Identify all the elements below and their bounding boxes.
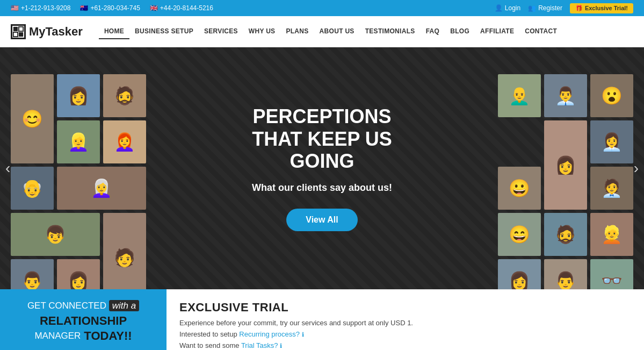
register-link[interactable]: 👥 Register [528, 4, 562, 12]
photo-right-2: 😮 [590, 74, 633, 117]
gc-line4: TODAY!! [84, 328, 132, 344]
face-icon-9: 🧑 [114, 249, 135, 266]
gc-highlight: with a [109, 300, 139, 311]
face-icon-4: 👱‍♀️ [68, 133, 89, 151]
nav-home[interactable]: HOME [99, 24, 129, 39]
svg-rect-0 [13, 26, 18, 31]
face-icon-11: 👩 [68, 272, 89, 289]
phone-us[interactable]: 🇺🇸 +1-212-913-9208 [11, 4, 70, 12]
photo-right-13: 👓 [590, 259, 633, 289]
nav-contact[interactable]: CONTACT [519, 24, 562, 39]
face-icon-5: 👩‍🦰 [114, 133, 135, 151]
photo-left-6: 👴 [11, 167, 54, 210]
photo-left-7: 👩‍🦳 [57, 167, 146, 210]
exclusive-trial-tasks: Want to send some Trial Tasks? ℹ [179, 341, 631, 349]
hero-content: PERCEPTIONS THAT KEEP US GOING What our … [231, 105, 414, 231]
photo-right-8: 😄 [498, 213, 541, 256]
view-all-button[interactable]: View All [286, 209, 357, 231]
face-icon-15: 👩 [555, 156, 576, 174]
gc-line2: RELATIONSHIP [40, 313, 127, 329]
hero-title: PERCEPTIONS THAT KEEP US GOING [231, 105, 414, 172]
photo-left-11: 👩 [57, 259, 100, 289]
face-icon-1: 😊 [21, 110, 43, 127]
info-icon-2[interactable]: ℹ [280, 342, 282, 349]
face-icon-3: 🧔 [114, 87, 135, 104]
nav-about-us[interactable]: ABOUT US [314, 24, 360, 39]
bottom-section: GET CONNECTED with a RELATIONSHIP MANAGE… [0, 289, 644, 350]
au-flag: 🇦🇺 [80, 4, 88, 12]
face-icon-2: 👩 [68, 87, 89, 104]
photo-right-7: 🧑‍💼 [590, 167, 633, 210]
face-icon-23: 👨 [555, 272, 576, 289]
login-link[interactable]: 👤 Login [495, 4, 520, 12]
face-icon-12: 👨‍💼 [555, 87, 576, 104]
gift-icon: 🎁 [575, 5, 583, 12]
get-connected-panel: GET CONNECTED with a RELATIONSHIP MANAGE… [0, 289, 167, 350]
photo-left-8: 👦 [11, 213, 100, 256]
photo-left-10: 👨 [11, 259, 54, 289]
face-icon-6: 👴 [21, 180, 43, 197]
nav-plans[interactable]: PLANS [280, 24, 314, 39]
exclusive-trial-desc: Experience before your commit, try our s… [179, 319, 631, 327]
photo-right-6: 😀 [498, 167, 541, 210]
photo-right-10: 👱 [590, 213, 633, 256]
nav-testimonials[interactable]: TESTIMONIALS [360, 24, 421, 39]
face-icon-8: 👦 [45, 226, 66, 243]
face-icon-24: 👓 [601, 272, 623, 289]
photo-right-5: 👩‍💼 [590, 120, 633, 163]
testimonial-photos-right: 👨‍💼 😮 👨‍🦲 👩 👩‍💼 😀 🧑‍💼 😄 🧔 👱 [498, 74, 633, 289]
photo-right-9: 🧔 [544, 213, 587, 256]
next-arrow[interactable]: › [634, 160, 639, 177]
nav-business-setup[interactable]: BUSINESS SETUP [129, 24, 199, 39]
prev-arrow[interactable]: ‹ [5, 160, 10, 177]
svg-rect-2 [13, 32, 18, 36]
phone-numbers: 🇺🇸 +1-212-913-9208 🇦🇺 +61-280-034-745 🇬🇧… [11, 4, 213, 12]
recurring-process-link[interactable]: Recurring process? [239, 330, 300, 338]
person-icon: 👤 [495, 4, 503, 12]
top-bar-actions: 👤 Login 👥 Register 🎁 Exclusive Trial! [495, 3, 633, 13]
svg-rect-3 [19, 32, 23, 36]
nav-why-us[interactable]: WHY US [243, 24, 281, 39]
photo-left-3: 🧔 [103, 74, 146, 117]
exclusive-trial-panel: EXCLUSIVE TRIAL Experience before your c… [167, 289, 644, 350]
face-icon-22: 👩 [509, 272, 530, 289]
exclusive-trial-button[interactable]: 🎁 Exclusive Trial! [570, 3, 633, 13]
uk-flag: 🇬🇧 [150, 4, 158, 12]
gc-line1: GET CONNECTED with a [27, 298, 139, 313]
us-flag: 🇺🇸 [11, 4, 19, 12]
trial-tasks-link[interactable]: Trial Tasks? [241, 341, 278, 349]
photo-left-2: 👩 [57, 74, 100, 117]
top-bar: 🇺🇸 +1-212-913-9208 🇦🇺 +61-280-034-745 🇬🇧… [0, 0, 644, 16]
face-icon-10: 👨 [21, 272, 43, 289]
exclusive-trial-recurring: Interested to setup Recurring process? ℹ [179, 330, 631, 338]
testimonial-photos-left: 😊 👩 🧔 👱‍♀️ 👩‍🦰 👴 👩‍🦳 👦 🧑 👨 [11, 74, 146, 289]
gc-line3: MANAGER [34, 331, 81, 341]
nav-affiliate[interactable]: AFFILIATE [475, 24, 519, 39]
hero-subtitle: What our clients say about us! [231, 182, 414, 194]
photo-right-4: 👩 [544, 120, 587, 210]
photo-right-1: 👨‍💼 [544, 74, 587, 117]
face-icon-18: 🧑‍💼 [601, 180, 623, 197]
nav-faq[interactable]: FAQ [421, 24, 445, 39]
logo[interactable]: MyTasker [11, 24, 83, 39]
photo-right-11: 👩 [498, 259, 541, 289]
photo-right-12: 👨 [544, 259, 587, 289]
phone-au[interactable]: 🇦🇺 +61-280-034-745 [80, 4, 140, 12]
face-icon-19: 😄 [509, 226, 530, 243]
phone-uk[interactable]: 🇬🇧 +44-20-8144-5216 [150, 4, 213, 12]
face-icon-16: 👩‍💼 [601, 133, 623, 151]
face-icon-17: 😀 [509, 180, 530, 197]
photo-left-9: 🧑 [103, 213, 146, 289]
face-icon-20: 🧔 [555, 226, 576, 243]
logo-icon [11, 24, 26, 39]
nav-services[interactable]: SERVICES [199, 24, 243, 39]
nav-blog[interactable]: BLOG [445, 24, 475, 39]
photo-left-5: 👩‍🦰 [103, 120, 146, 163]
face-icon-14: 👨‍🦲 [509, 87, 530, 104]
logo-text: MyTasker [29, 25, 83, 39]
nav-bar: MyTasker HOME BUSINESS SETUP SERVICES WH… [0, 16, 644, 47]
info-icon-1[interactable]: ℹ [302, 331, 304, 338]
photo-right-3: 👨‍🦲 [498, 74, 541, 117]
photo-left-4: 👱‍♀️ [57, 120, 100, 163]
face-icon-7: 👩‍🦳 [91, 180, 112, 197]
